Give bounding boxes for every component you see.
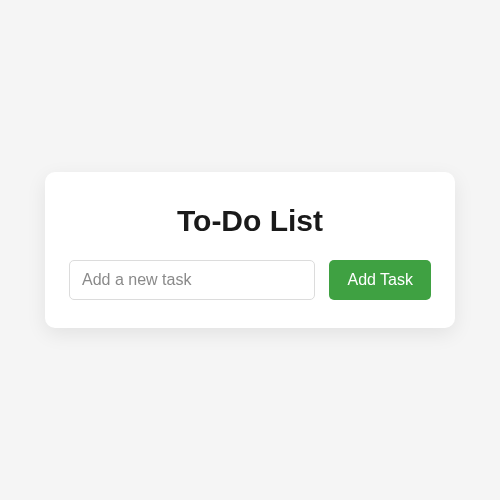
new-task-input[interactable] bbox=[69, 260, 315, 300]
todo-card: To-Do List Add Task bbox=[45, 172, 455, 328]
add-task-button[interactable]: Add Task bbox=[329, 260, 431, 300]
input-row: Add Task bbox=[69, 260, 431, 300]
page-title: To-Do List bbox=[69, 204, 431, 238]
